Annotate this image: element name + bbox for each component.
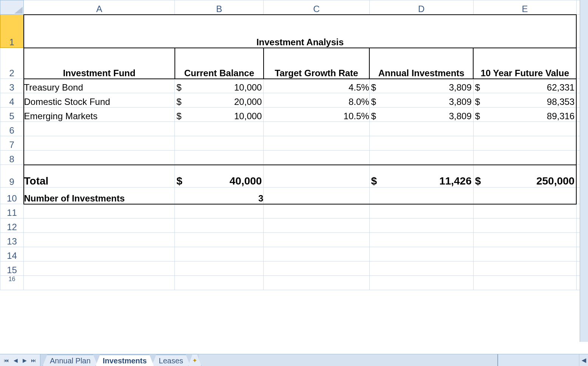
header-annual-investments[interactable]: Annual Investments	[369, 48, 473, 79]
cell-e4[interactable]: $98,353	[473, 93, 576, 108]
cell-d3[interactable]: $3,809	[369, 79, 473, 93]
cell-c11[interactable]	[264, 204, 369, 218]
cell-d7[interactable]	[369, 136, 473, 151]
sheet-tab-new[interactable]: ✦	[188, 354, 201, 366]
col-header-b[interactable]: B	[175, 0, 264, 15]
cell-d5[interactable]: $3,809	[369, 108, 473, 122]
cell-d6[interactable]	[369, 122, 473, 136]
row-header-12[interactable]: 12	[0, 218, 24, 233]
cell-d15[interactable]	[369, 261, 473, 276]
cell-a7[interactable]	[24, 136, 175, 151]
cell-e9[interactable]: $250,000	[473, 165, 576, 188]
cell-e10[interactable]	[473, 188, 576, 204]
cell-e6[interactable]	[473, 122, 576, 136]
row-header-4[interactable]: 4	[0, 93, 24, 108]
cell-b12[interactable]	[175, 218, 264, 233]
cell-d13[interactable]	[369, 233, 473, 247]
cell-a5[interactable]: Emerging Markets	[24, 108, 175, 122]
header-current-balance[interactable]: Current Balance	[175, 48, 264, 79]
cell-a9[interactable]: Total	[24, 165, 175, 188]
select-all-corner[interactable]	[0, 0, 24, 15]
cell-b15[interactable]	[175, 261, 264, 276]
cell-a11[interactable]	[24, 204, 175, 218]
cell-e14[interactable]	[473, 247, 576, 261]
row-header-15[interactable]: 15	[0, 261, 24, 276]
cell-a13[interactable]	[24, 233, 175, 247]
cell-e7[interactable]	[473, 136, 576, 151]
horizontal-scrollbar[interactable]: ◀	[497, 354, 588, 366]
cell-d11[interactable]	[369, 204, 473, 218]
cell-a15[interactable]	[24, 261, 175, 276]
tab-nav-first[interactable]: ⏮	[3, 357, 10, 364]
cell-a14[interactable]	[24, 247, 175, 261]
sheet-tab-investments[interactable]: Investments	[96, 355, 154, 366]
cell-d9[interactable]: $11,426	[369, 165, 473, 188]
vertical-scrollbar[interactable]	[580, 0, 588, 342]
tab-nav-next[interactable]: ▶	[21, 357, 28, 364]
cell-c10[interactable]	[264, 188, 369, 204]
cell-a12[interactable]	[24, 218, 175, 233]
cell-c7[interactable]	[264, 136, 369, 151]
row-header-3[interactable]: 3	[0, 79, 24, 93]
row-header-5[interactable]: 5	[0, 108, 24, 122]
cell-a16[interactable]	[24, 276, 175, 290]
col-header-a[interactable]: A	[24, 0, 175, 15]
cell-e15[interactable]	[473, 261, 576, 276]
row-header-11[interactable]: 11	[0, 204, 24, 218]
cell-b4[interactable]: $20,000	[175, 93, 264, 108]
tab-nav-prev[interactable]: ◀	[12, 357, 19, 364]
cell-e11[interactable]	[473, 204, 576, 218]
header-target-growth-rate[interactable]: Target Growth Rate	[264, 48, 369, 79]
cell-b14[interactable]	[175, 247, 264, 261]
cell-b3[interactable]: $10,000	[175, 79, 264, 93]
cell-c8[interactable]	[264, 151, 369, 165]
title-cell[interactable]: Investment Analysis	[24, 15, 577, 48]
row-header-1[interactable]: 1	[0, 15, 24, 48]
sheet-tab-annual-plan[interactable]: Annual Plan	[43, 355, 98, 366]
tab-nav-last[interactable]: ⏭	[30, 357, 37, 364]
cell-b8[interactable]	[175, 151, 264, 165]
cell-c16[interactable]	[264, 276, 369, 290]
cell-d12[interactable]	[369, 218, 473, 233]
cell-a8[interactable]	[24, 151, 175, 165]
cell-b9[interactable]: $40,000	[175, 165, 264, 188]
cell-c9[interactable]	[264, 165, 369, 188]
row-header-14[interactable]: 14	[0, 247, 24, 261]
cell-e3[interactable]: $62,331	[473, 79, 576, 93]
cell-e12[interactable]	[473, 218, 576, 233]
cell-a4[interactable]: Domestic Stock Fund	[24, 93, 175, 108]
header-future-value[interactable]: 10 Year Future Value	[473, 48, 576, 79]
cell-a10[interactable]: Number of Investments	[24, 188, 175, 204]
cell-e16[interactable]	[473, 276, 576, 290]
cell-e5[interactable]: $89,316	[473, 108, 576, 122]
cell-b11[interactable]	[175, 204, 264, 218]
cell-a6[interactable]	[24, 122, 175, 136]
cell-e8[interactable]	[473, 151, 576, 165]
sheet-tab-leases[interactable]: Leases	[152, 355, 191, 366]
cell-e13[interactable]	[473, 233, 576, 247]
cell-b16[interactable]	[175, 276, 264, 290]
row-header-6[interactable]: 6	[0, 122, 24, 136]
cell-b13[interactable]	[175, 233, 264, 247]
cell-c6[interactable]	[264, 122, 369, 136]
cell-a3[interactable]: Treasury Bond	[24, 79, 175, 93]
row-header-10[interactable]: 10	[0, 188, 24, 204]
cell-b5[interactable]: $10,000	[175, 108, 264, 122]
row-header-16[interactable]: 16	[0, 276, 24, 290]
row-header-13[interactable]: 13	[0, 233, 24, 247]
cell-c13[interactable]	[264, 233, 369, 247]
worksheet-grid[interactable]: A B C D E 1 Investment Analysis 2 Invest…	[0, 0, 588, 354]
row-header-2[interactable]: 2	[0, 48, 24, 79]
cell-c12[interactable]	[264, 218, 369, 233]
cell-d16[interactable]	[369, 276, 473, 290]
cell-c4[interactable]: 8.0%	[264, 93, 369, 108]
col-header-d[interactable]: D	[369, 0, 473, 15]
cell-d4[interactable]: $3,809	[369, 93, 473, 108]
cell-d10[interactable]	[369, 188, 473, 204]
scroll-left-arrow[interactable]: ◀	[579, 354, 588, 366]
row-header-7[interactable]: 7	[0, 136, 24, 151]
cell-c3[interactable]: 4.5%	[264, 79, 369, 93]
cell-d8[interactable]	[369, 151, 473, 165]
col-header-c[interactable]: C	[264, 0, 369, 15]
cell-c5[interactable]: 10.5%	[264, 108, 369, 122]
